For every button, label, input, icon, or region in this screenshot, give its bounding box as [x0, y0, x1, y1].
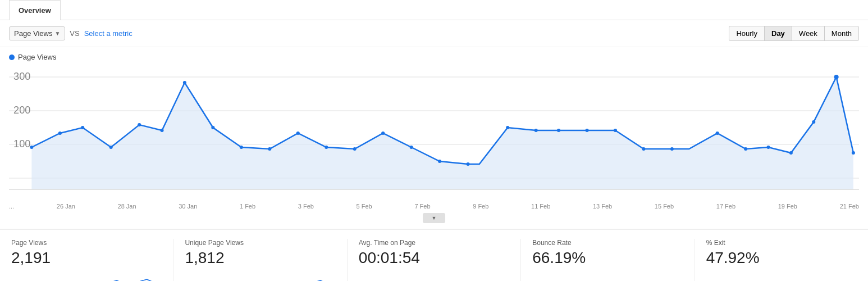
- mini-chart-avg-time: [359, 271, 509, 281]
- scroll-down-button[interactable]: [423, 213, 445, 223]
- svg-point-11: [109, 146, 113, 149]
- select-metric-link[interactable]: Select a metric: [84, 29, 133, 38]
- x-label-5feb: 5 Feb: [357, 203, 372, 210]
- x-label-28jan: 28 Jan: [118, 203, 136, 210]
- page-wrapper: Overview Page Views ▼ VS Select a metric…: [0, 0, 868, 281]
- svg-point-21: [381, 132, 385, 135]
- x-label-13feb: 13 Feb: [593, 203, 612, 210]
- stat-page-views-label: Page Views: [11, 239, 162, 247]
- toolbar: Page Views ▼ VS Select a metric Hourly D…: [0, 20, 868, 47]
- svg-point-32: [716, 132, 719, 135]
- svg-point-35: [789, 151, 793, 155]
- x-label-21feb: 21 Feb: [840, 203, 859, 210]
- svg-point-12: [138, 123, 141, 126]
- mini-chart-bounce-rate: [532, 271, 683, 281]
- svg-point-28: [585, 129, 588, 132]
- tab-overview[interactable]: Overview: [9, 0, 61, 20]
- x-label-7feb: 7 Feb: [414, 203, 430, 210]
- time-buttons: Hourly Day Week Month: [729, 26, 859, 41]
- svg-text:100: 100: [13, 138, 30, 149]
- stat-bounce-rate-value: 66.19%: [532, 249, 683, 267]
- x-label-26jan: 26 Jan: [57, 203, 75, 210]
- x-axis-labels: ... 26 Jan 28 Jan 30 Jan 1 Feb 3 Feb 5 F…: [9, 201, 859, 210]
- svg-point-38: [852, 151, 855, 155]
- mini-chart-exit: [706, 271, 857, 281]
- stat-unique-page-views-label: Unique Page Views: [185, 239, 335, 247]
- svg-point-26: [534, 129, 538, 132]
- svg-point-19: [325, 146, 328, 149]
- stat-page-views: Page Views 2,191: [0, 239, 173, 281]
- x-label-1feb: 1 Feb: [240, 203, 255, 210]
- stat-exit-label: % Exit: [706, 239, 857, 247]
- svg-point-31: [670, 147, 674, 151]
- time-btn-week[interactable]: Week: [792, 26, 825, 41]
- svg-point-30: [642, 147, 645, 151]
- svg-point-27: [557, 129, 560, 132]
- time-btn-hourly[interactable]: Hourly: [729, 26, 765, 41]
- svg-point-9: [58, 132, 62, 135]
- mini-chart-unique-page-views: [185, 271, 335, 281]
- x-label-3feb: 3 Feb: [298, 203, 314, 210]
- metric-dropdown[interactable]: Page Views ▼: [9, 26, 65, 40]
- metric-label: Page Views: [14, 29, 52, 38]
- svg-point-20: [353, 147, 357, 151]
- stats-row: Page Views 2,191 Unique Page Views 1,812…: [0, 229, 868, 281]
- x-label-start: ...: [9, 203, 14, 210]
- svg-point-13: [160, 129, 163, 132]
- stat-exit-value: 47.92%: [706, 249, 857, 267]
- svg-point-14: [183, 81, 186, 84]
- stat-page-views-value: 2,191: [11, 249, 162, 267]
- x-label-15feb: 15 Feb: [655, 203, 674, 210]
- legend-dot-icon: [9, 55, 15, 60]
- x-label-19feb: 19 Feb: [778, 203, 797, 210]
- stat-unique-page-views: Unique Page Views 1,812: [173, 239, 347, 281]
- stat-avg-time-value: 00:01:54: [359, 249, 509, 267]
- chart-area: 300 200 100: [9, 66, 859, 201]
- svg-point-10: [81, 126, 84, 129]
- tab-bar: Overview: [0, 0, 868, 20]
- svg-text:300: 300: [13, 71, 30, 82]
- svg-point-18: [296, 132, 300, 135]
- svg-point-29: [614, 129, 617, 132]
- stat-bounce-rate: Bounce Rate 66.19%: [521, 239, 695, 281]
- svg-point-36: [812, 120, 815, 124]
- chart-container: Page Views 300 200 100: [0, 47, 868, 229]
- stat-unique-page-views-value: 1,812: [185, 249, 335, 267]
- x-label-9feb: 9 Feb: [473, 203, 488, 210]
- legend-label: Page Views: [18, 53, 56, 61]
- svg-text:200: 200: [13, 105, 30, 116]
- stat-bounce-rate-label: Bounce Rate: [532, 239, 683, 247]
- toolbar-left: Page Views ▼ VS Select a metric: [9, 26, 133, 40]
- svg-marker-7: [31, 77, 853, 189]
- chart-legend: Page Views: [9, 53, 859, 61]
- svg-point-24: [467, 162, 470, 166]
- svg-point-17: [268, 147, 271, 151]
- time-btn-month[interactable]: Month: [824, 26, 859, 41]
- stat-exit: % Exit 47.92%: [695, 239, 868, 281]
- vs-label: VS: [70, 29, 79, 38]
- dropdown-arrow-icon: ▼: [54, 30, 60, 37]
- svg-point-15: [211, 126, 214, 129]
- svg-point-16: [240, 146, 243, 149]
- svg-point-25: [506, 126, 509, 129]
- svg-point-23: [438, 160, 441, 163]
- stat-avg-time-label: Avg. Time on Page: [359, 239, 509, 247]
- time-btn-day[interactable]: Day: [764, 26, 792, 41]
- x-label-11feb: 11 Feb: [531, 203, 550, 210]
- svg-point-37: [834, 75, 839, 79]
- svg-point-34: [766, 146, 770, 149]
- svg-point-8: [30, 146, 33, 149]
- svg-point-33: [744, 147, 747, 151]
- x-label-30jan: 30 Jan: [179, 203, 197, 210]
- mini-chart-page-views: [11, 271, 162, 281]
- x-label-17feb: 17 Feb: [716, 203, 735, 210]
- scroll-handle: [9, 210, 859, 229]
- svg-point-22: [410, 146, 413, 149]
- chart-svg: 300 200 100: [9, 66, 859, 201]
- stat-avg-time: Avg. Time on Page 00:01:54: [348, 239, 521, 281]
